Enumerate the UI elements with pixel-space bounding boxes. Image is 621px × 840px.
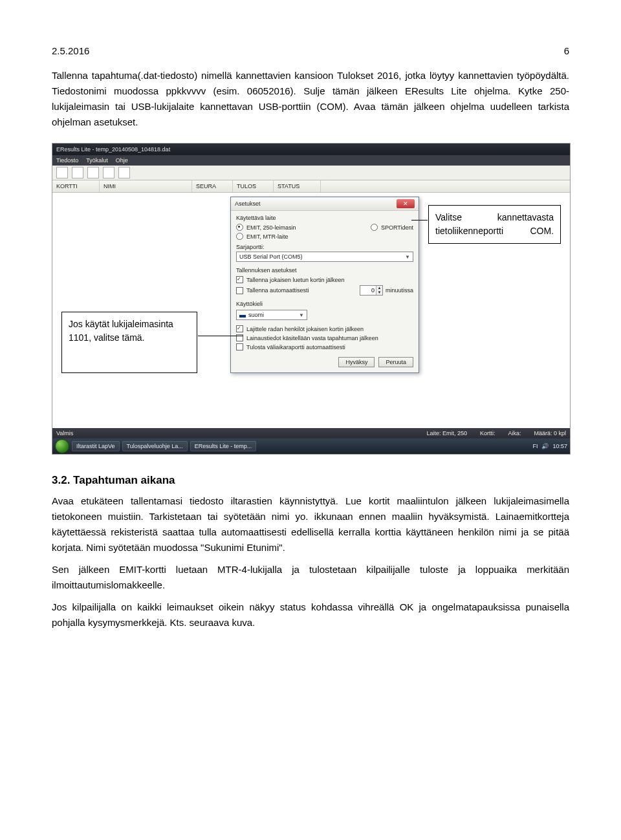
chk-borrow-label: Lainaustiedot käsitellään vasta tapahtum…: [246, 335, 378, 341]
taskbar: Iltarastit LapVe Tulospalveluohje La... …: [52, 438, 570, 454]
callout-right-word1: Valitse: [435, 211, 462, 224]
lang-value: suomi: [248, 312, 264, 318]
paragraph-3: Sen jälkeen EMIT-kortti luetaan MTR-4-lu…: [52, 562, 569, 593]
chevron-down-icon: ▼: [405, 254, 410, 260]
status-aika: Aika:: [508, 430, 521, 436]
callout-com-port: Valitse kannettavasta tietoliikenneportt…: [428, 205, 561, 244]
radio-emit-mtr-label: EMIT, MTR-laite: [246, 233, 289, 240]
header-page-number: 6: [564, 45, 569, 56]
start-button[interactable]: [55, 439, 69, 453]
paragraph-4: Jos kilpailijalla on kaikki leimaukset o…: [52, 599, 569, 630]
chk-autosave-label: Tallenna automaattisesti: [246, 287, 309, 294]
menubar: Tiedosto Työkalut Ohje: [52, 155, 570, 166]
header-date: 2.5.2016: [52, 45, 89, 56]
callout-right-word3: tietoliikenneportti: [435, 224, 503, 238]
status-maara: Määrä: 0 kpl: [534, 430, 566, 436]
callout-left-line1: Jos käytät lukijaleimasinta: [69, 318, 190, 331]
status-bar: Valmis Laite: Emit, 250 Kortti: Aika: Mä…: [52, 428, 570, 438]
radio-emit-mtr[interactable]: [236, 233, 243, 240]
radio-sportident-label: SPORTident: [381, 224, 413, 231]
callout-left-line2: 1101, valitse tämä.: [69, 331, 190, 345]
col-nimi: NIMI: [100, 180, 192, 192]
callout-connector-1: [411, 220, 428, 221]
toolbar-print-icon[interactable]: [103, 167, 114, 178]
toolbar-save-icon[interactable]: [87, 167, 99, 178]
status-laite: Laite: Emit, 250: [426, 430, 467, 436]
ok-button[interactable]: Hyväksy: [338, 357, 375, 367]
chk-print-label: Tulosta väliaikaraportti automaattisesti: [246, 344, 345, 350]
tray-clock: 10:57: [552, 443, 567, 449]
callout-connector-2: [198, 336, 243, 336]
col-tulos: TULOS: [233, 180, 274, 192]
callout-right-word4: COM.: [530, 224, 554, 238]
section-heading-3-2: 3.2. Tapahtuman aikana: [52, 474, 569, 487]
col-status: STATUS: [274, 180, 321, 192]
sarjaportti-label: Sarjaportti:: [236, 244, 413, 250]
autosave-value[interactable]: [360, 287, 376, 294]
menu-tyokalut[interactable]: Työkalut: [86, 157, 108, 164]
chevron-down-icon: ▼: [299, 312, 304, 318]
dialog-title: Asetukset: [235, 200, 261, 207]
window-title: EResults Lite - temp_20140508_104818.dat: [56, 146, 170, 153]
lang-dropdown[interactable]: suomi ▼: [236, 310, 307, 320]
toolbar-new-icon[interactable]: [56, 167, 68, 178]
paragraph-1: Tallenna tapahtuma(.dat-tiedosto) nimell…: [52, 68, 569, 130]
chk-autosave[interactable]: [236, 287, 243, 294]
settings-dialog: Asetukset ✕ Käytettävä laite EMIT, 250-l…: [230, 197, 419, 373]
toolbar-open-icon[interactable]: [72, 167, 83, 178]
flag-icon: [239, 313, 246, 318]
col-seura: SEURA: [192, 180, 233, 192]
col-kortti: KORTTI: [52, 180, 100, 192]
toolbar: [52, 166, 570, 180]
task-item-2[interactable]: Tulospalveluohje La...: [122, 441, 188, 451]
task-item-3[interactable]: EResults Lite - temp...: [190, 441, 257, 451]
radio-emit250-label: EMIT, 250-leimasin: [246, 224, 296, 231]
autosave-unit: minuutissa: [386, 287, 413, 294]
sarjaportti-value: USB Serial Port (COM5): [239, 253, 303, 260]
embedded-screenshot: EResults Lite - temp_20140508_104818.dat…: [52, 143, 571, 455]
status-kortti: Kortti:: [480, 430, 496, 436]
tray-sound-icon[interactable]: 🔊: [541, 443, 549, 449]
task-item-1[interactable]: Iltarastit LapVe: [72, 441, 120, 451]
autosave-spinner[interactable]: ▲▼: [360, 285, 383, 296]
dialog-close-button[interactable]: ✕: [397, 199, 415, 208]
tray-lang[interactable]: FI: [532, 443, 538, 449]
chk-save-each[interactable]: [236, 276, 243, 283]
menu-ohje[interactable]: Ohje: [116, 157, 128, 164]
sarjaportti-dropdown[interactable]: USB Serial Port (COM5) ▼: [236, 252, 413, 262]
window-titlebar: EResults Lite - temp_20140508_104818.dat: [52, 144, 570, 155]
paragraph-2: Avaa etukäteen tallentamasi tiedosto ilt…: [52, 493, 569, 555]
device-group-label: Käytettävä laite: [236, 215, 413, 221]
chk-save-each-label: Tallenna jokaisen luetun kortin jälkeen: [246, 277, 345, 283]
cancel-button[interactable]: Peruuta: [378, 357, 413, 367]
radio-sportident[interactable]: [371, 224, 378, 231]
save-group-label: Tallennuksen asetukset: [236, 267, 413, 274]
callout-right-word2: kannettavasta: [497, 211, 554, 224]
chk-sort[interactable]: [236, 325, 243, 332]
table-header: KORTTI NIMI SEURA TULOS STATUS: [52, 180, 570, 193]
status-valmis: Valmis: [56, 430, 73, 436]
radio-emit250[interactable]: [236, 224, 243, 231]
callout-reader-1101: Jos käytät lukijaleimasinta 1101, valits…: [61, 312, 197, 373]
chk-print[interactable]: [236, 343, 243, 350]
menu-tiedosto[interactable]: Tiedosto: [56, 157, 78, 164]
toolbar-help-icon[interactable]: [118, 167, 130, 178]
lang-group-label: Käyttökieli: [236, 301, 413, 307]
chk-sort-label: Lajittele radan henkilöt jokaisen kortin…: [246, 326, 364, 332]
